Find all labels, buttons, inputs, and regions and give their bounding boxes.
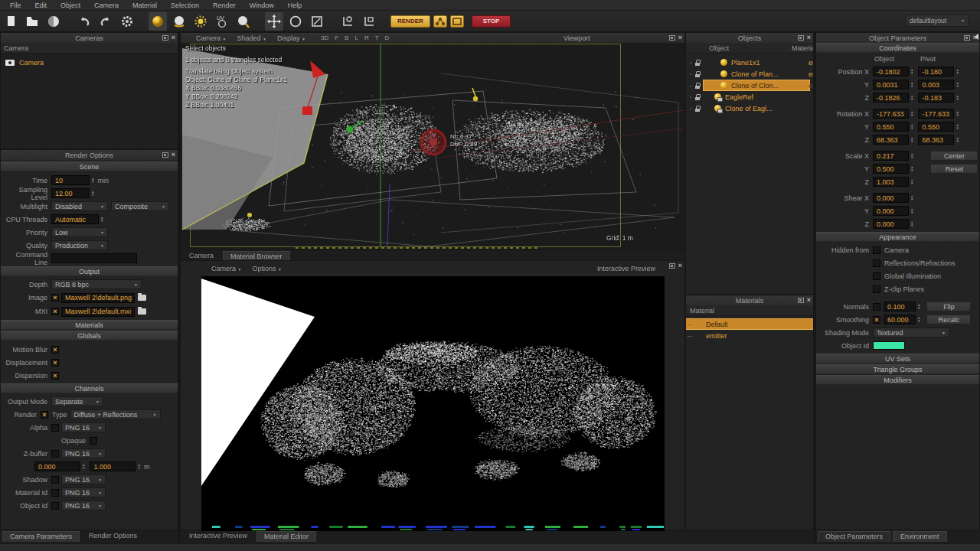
recalc-button[interactable]: Recalc <box>926 315 971 324</box>
rotation-x-object-field[interactable]: -177.633 <box>873 109 909 119</box>
menu-camera[interactable]: Camera <box>87 2 126 9</box>
float-panel-icon[interactable] <box>798 298 804 303</box>
stepper[interactable]: ▲▼ <box>910 137 913 143</box>
stepper[interactable]: ▲▼ <box>100 217 103 223</box>
visibility-dot-icon[interactable]: • <box>686 72 695 77</box>
rotation-y-object-field[interactable]: 0.550 <box>873 122 909 132</box>
float-panel-icon[interactable] <box>162 35 168 41</box>
rotation-x-pivot-field[interactable]: -177.633 <box>918 109 954 119</box>
object-id-color-swatch[interactable] <box>873 341 905 350</box>
stepper[interactable]: ▲▼ <box>910 153 913 159</box>
output-mode-dropdown[interactable]: Separate▼ <box>51 396 103 406</box>
sun-icon[interactable] <box>191 12 210 31</box>
position-y-object-field[interactable]: 0.0031 <box>873 80 909 90</box>
lock-icon[interactable] <box>695 106 701 112</box>
object-row-eagleref[interactable]: • EagleRef <box>686 91 813 103</box>
stepper[interactable]: ▲▼ <box>910 111 913 117</box>
stepper[interactable]: ▲▼ <box>82 464 85 470</box>
region-render-icon[interactable] <box>450 15 464 28</box>
camera-list-item[interactable]: Camera <box>1 57 178 68</box>
object-row-clone-of-eagle[interactable]: • Clone of Eagl... <box>686 103 813 114</box>
shear-z-field[interactable]: 0.000 <box>873 219 909 229</box>
visibility-dot-icon[interactable]: • <box>686 106 695 111</box>
image-checkbox[interactable]: × <box>51 294 59 302</box>
depth-dropdown[interactable]: RGB 8 bpc▼ <box>51 279 142 289</box>
menu-file[interactable]: File <box>3 2 28 9</box>
scale-y-field[interactable]: 0.500 <box>873 164 909 174</box>
scale-z-field[interactable]: 1.003 <box>873 177 909 187</box>
preview-camera-dropdown[interactable]: Camera ▼ <box>211 265 241 272</box>
tab-interactive-preview[interactable]: Interactive Preview <box>182 531 254 541</box>
lock-icon[interactable] <box>695 60 701 66</box>
pivot-axis-icon[interactable] <box>338 12 357 31</box>
zbuffer-far-field[interactable]: 1.000 <box>90 461 136 471</box>
hidden-camera-checkbox[interactable]: × <box>873 246 880 254</box>
stepper[interactable]: ▲▼ <box>137 464 140 470</box>
zbuffer-near-field[interactable]: 0.000 <box>34 461 80 471</box>
lock-icon[interactable] <box>695 71 701 77</box>
command-line-field[interactable] <box>51 253 137 263</box>
new-scene-icon[interactable] <box>2 12 20 31</box>
menu-window[interactable]: Window <box>243 2 281 9</box>
stepper[interactable]: ▲▼ <box>956 124 959 130</box>
float-panel-icon[interactable] <box>669 35 675 41</box>
stepper[interactable]: ▲▼ <box>910 124 913 130</box>
scene-section-header[interactable]: Scene <box>1 161 178 171</box>
view-button-right[interactable]: R <box>364 34 369 41</box>
stepper[interactable]: ▲▼ <box>956 95 959 101</box>
sampling-field[interactable]: 12.00 <box>51 188 90 198</box>
close-icon[interactable]: × <box>678 35 682 41</box>
stepper[interactable]: ▲▼ <box>91 191 94 197</box>
shear-x-field[interactable]: 0.000 <box>873 193 909 203</box>
multilight-dropdown[interactable]: Disabled▼ <box>51 201 108 211</box>
panel-collapse-arrow[interactable] <box>975 34 978 40</box>
menu-selection[interactable]: Selection <box>164 2 206 9</box>
materials-section-header[interactable]: Materials <box>1 320 178 330</box>
menu-render[interactable]: Render <box>206 2 243 9</box>
menu-edit[interactable]: Edit <box>28 2 54 9</box>
stepper[interactable]: ▲▼ <box>917 304 920 310</box>
channels-section-header[interactable]: Channels <box>1 383 178 393</box>
close-icon[interactable]: × <box>172 152 175 158</box>
lock-icon[interactable] <box>695 94 701 100</box>
dispersion-checkbox[interactable]: × <box>51 372 59 380</box>
image-path-field[interactable]: Maxwell 2\default.png <box>61 293 135 303</box>
visibility-dot-icon[interactable]: • <box>686 95 695 99</box>
hidden-gi-checkbox[interactable]: × <box>873 272 880 280</box>
hidden-reflections-checkbox[interactable]: × <box>873 259 880 267</box>
menu-help[interactable]: Help <box>281 2 309 9</box>
stop-button[interactable]: STOP <box>472 15 511 28</box>
displacement-checkbox[interactable]: × <box>51 359 59 367</box>
stepper[interactable]: ▲▼ <box>910 179 913 185</box>
quality-dropdown[interactable]: Production▼ <box>51 240 108 250</box>
material-row-emitter[interactable]: — emitter <box>686 330 813 341</box>
shadow-checkbox[interactable]: × <box>51 476 59 484</box>
network-render-icon[interactable] <box>433 15 447 28</box>
view-button-left[interactable]: L <box>354 34 358 41</box>
zbuffer-checkbox[interactable]: × <box>51 450 59 458</box>
normals-checkbox[interactable]: × <box>873 303 880 311</box>
mxi-checkbox[interactable]: × <box>51 308 59 315</box>
time-field[interactable]: 10 <box>51 175 90 185</box>
position-x-object-field[interactable]: -0.1802 <box>873 67 909 77</box>
zbuffer-format-dropdown[interactable]: PNG 16▼ <box>61 448 106 458</box>
float-panel-icon[interactable] <box>162 152 168 158</box>
stepper[interactable]: ▲▼ <box>910 69 913 75</box>
close-icon[interactable]: × <box>678 263 682 269</box>
view-button-back[interactable]: B <box>345 34 348 41</box>
undo-icon[interactable] <box>75 12 93 31</box>
close-icon[interactable]: × <box>172 35 175 41</box>
menu-object[interactable]: Object <box>54 2 87 9</box>
shear-y-field[interactable]: 0.000 <box>873 206 909 216</box>
stepper[interactable]: ▲▼ <box>956 82 959 88</box>
open-scene-icon[interactable] <box>23 12 41 31</box>
modifiers-section-header[interactable]: Modifiers <box>816 375 979 385</box>
float-panel-icon[interactable] <box>669 263 675 269</box>
tab-material-editor[interactable]: Material Editor <box>256 531 316 542</box>
smoothing-field[interactable]: 60.000 <box>884 315 916 324</box>
rotation-z-object-field[interactable]: 68.363 <box>873 135 909 145</box>
object-material-cell[interactable]: emitter <box>808 82 814 90</box>
tab-render-options[interactable]: Render Options <box>82 531 144 541</box>
position-z-pivot-field[interactable]: -0.183 <box>918 93 954 103</box>
cpu-threads-field[interactable]: Automatic <box>51 214 99 224</box>
